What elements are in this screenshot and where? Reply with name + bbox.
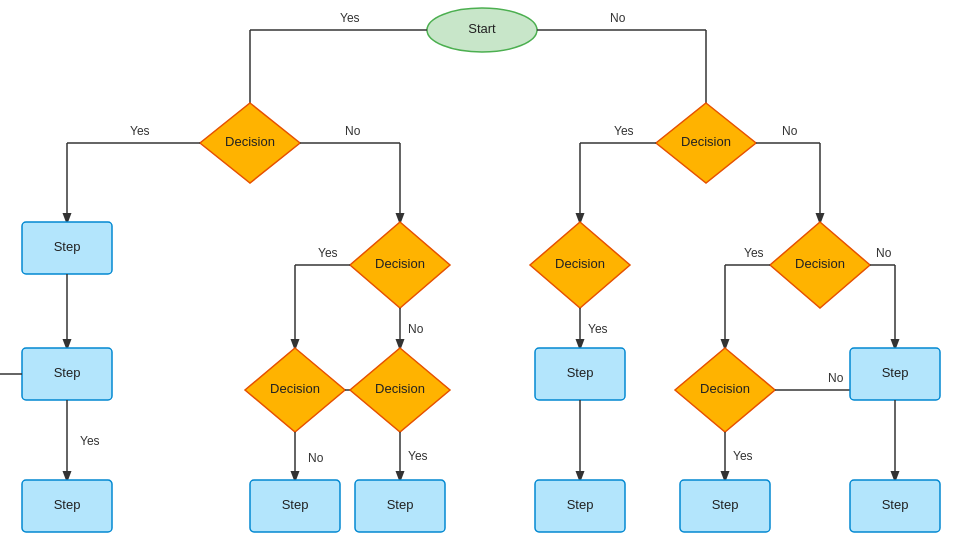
step2-label: Step [54,365,81,380]
label-d8-yes: Yes [733,449,753,463]
label-d2-yes: Yes [614,124,634,138]
label-d1-no: No [345,124,361,138]
d7-label: Decision [375,381,425,396]
step8-label: Step [882,365,909,380]
step5-label: Step [387,497,414,512]
flowchart-diagram: Start Yes No Decision Decision Yes No Ye… [0,0,964,542]
d2-label: Decision [681,134,731,149]
d5-label: Decision [795,256,845,271]
step6-label: Step [567,365,594,380]
step4-label: Step [282,497,309,512]
label-start-yes: Yes [340,11,360,25]
label-d4-yes: Yes [588,322,608,336]
label-d7-yes: Yes [408,449,428,463]
d3-label: Decision [375,256,425,271]
step7-label: Step [567,497,594,512]
start-label: Start [468,21,496,36]
step3-label: Step [54,497,81,512]
d4-label: Decision [555,256,605,271]
d6-label: Decision [270,381,320,396]
label-d1-yes: Yes [130,124,150,138]
step10-label: Step [882,497,909,512]
step1-label: Step [54,239,81,254]
label-d6-no: No [308,451,324,465]
label-d3-yes: Yes [318,246,338,260]
step9-label: Step [712,497,739,512]
label-d5-no: No [876,246,892,260]
label-d3-no: No [408,322,424,336]
d1-label: Decision [225,134,275,149]
label-d5-yes: Yes [744,246,764,260]
label-step2-yes: Yes [80,434,100,448]
d8-label: Decision [700,381,750,396]
label-d2-no: No [782,124,798,138]
label-d8-no: No [828,371,844,385]
label-start-no: No [610,11,626,25]
